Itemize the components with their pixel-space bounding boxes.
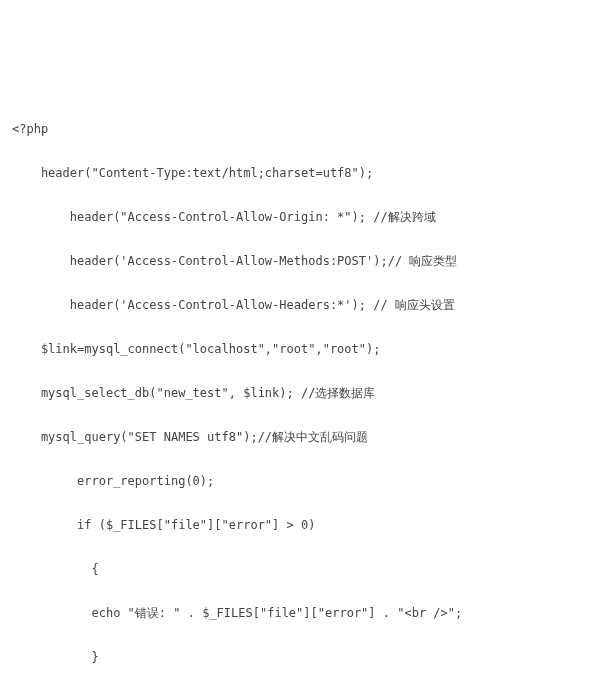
code-line: mysql_query("SET NAMES utf8");//解决中文乱码问题: [12, 426, 594, 448]
code-line: error_reporting(0);: [12, 470, 594, 492]
code-line: header('Access-Control-Allow-Methods:POS…: [12, 250, 594, 272]
code-line: header("Access-Control-Allow-Origin: *")…: [12, 206, 594, 228]
code-block: <?php header("Content-Type:text/html;cha…: [12, 96, 594, 686]
code-line: header('Access-Control-Allow-Headers:*')…: [12, 294, 594, 316]
code-line: $link=mysql_connect("localhost","root","…: [12, 338, 594, 360]
code-line: mysql_select_db("new_test", $link); //选择…: [12, 382, 594, 404]
code-line: }: [12, 646, 594, 668]
code-line: header("Content-Type:text/html;charset=u…: [12, 162, 594, 184]
code-line: echo "错误: " . $_FILES["file"]["error"] .…: [12, 602, 594, 624]
code-line: {: [12, 558, 594, 580]
code-line: if ($_FILES["file"]["error"] > 0): [12, 514, 594, 536]
code-line: <?php: [12, 118, 594, 140]
